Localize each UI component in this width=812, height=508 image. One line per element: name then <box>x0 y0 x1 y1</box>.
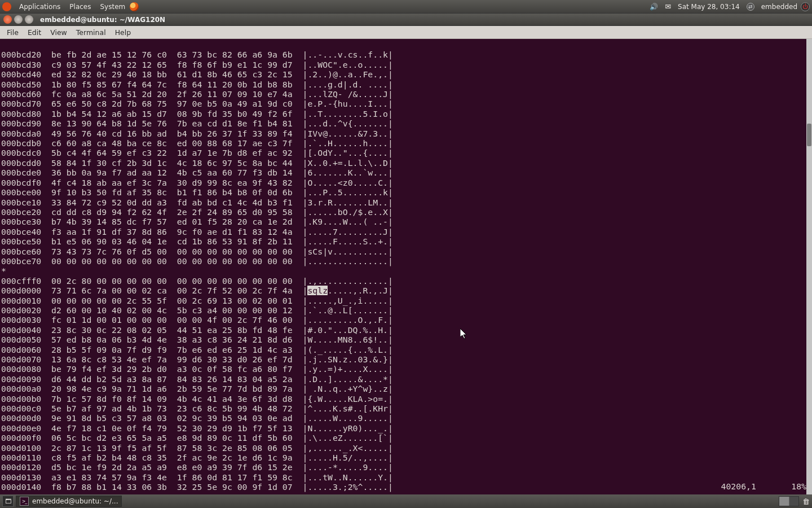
workspace-switcher[interactable] <box>779 496 799 506</box>
trash-icon[interactable] <box>802 497 810 506</box>
ubuntu-logo-icon[interactable] <box>2 2 11 11</box>
terminal-output[interactable]: 000bcd20 be fb 2d ae 15 12 76 c0 63 73 b… <box>0 39 812 494</box>
top-panel: Applications Places System Sat May 28, 0… <box>0 0 812 14</box>
network-indicator-icon[interactable] <box>743 3 758 11</box>
mail-indicator-icon[interactable] <box>661 2 674 11</box>
firefox-launcher-icon[interactable] <box>130 2 139 11</box>
window-close-button[interactable] <box>3 15 12 24</box>
terminal-app-icon <box>20 497 29 506</box>
task-label: embedded@ubuntu: ~/... <box>32 497 118 505</box>
vim-status-line: 40206,1 18% <box>721 481 806 491</box>
power-icon[interactable] <box>801 2 810 11</box>
volume-icon[interactable] <box>646 3 661 11</box>
system-menu[interactable]: System <box>95 3 130 11</box>
scrollbar-thumb[interactable] <box>807 124 811 146</box>
bottom-panel: embedded@ubuntu: ~/... <box>0 494 812 508</box>
menu-file[interactable]: File <box>2 28 23 37</box>
terminal-scrollbar[interactable] <box>806 39 812 494</box>
menu-help[interactable]: Help <box>111 28 136 37</box>
places-menu[interactable]: Places <box>65 3 95 11</box>
menu-view[interactable]: View <box>46 28 72 37</box>
window-title: embedded@ubuntu: ~/WAG120N <box>40 16 165 24</box>
show-desktop-button[interactable] <box>2 496 14 507</box>
window-minimize-button[interactable] <box>14 15 23 24</box>
window-maximize-button[interactable] <box>25 15 33 24</box>
menu-edit[interactable]: Edit <box>23 28 46 37</box>
window-titlebar[interactable]: embedded@ubuntu: ~/WAG120N <box>0 14 812 26</box>
user-menu[interactable]: embedded <box>758 3 801 11</box>
taskbar-terminal-task[interactable]: embedded@ubuntu: ~/... <box>16 496 122 507</box>
menu-terminal[interactable]: Terminal <box>72 28 111 37</box>
terminal-menubar: File Edit View Terminal Help <box>0 26 812 39</box>
clock[interactable]: Sat May 28, 03:14 <box>674 3 743 11</box>
applications-menu[interactable]: Applications <box>15 3 65 11</box>
